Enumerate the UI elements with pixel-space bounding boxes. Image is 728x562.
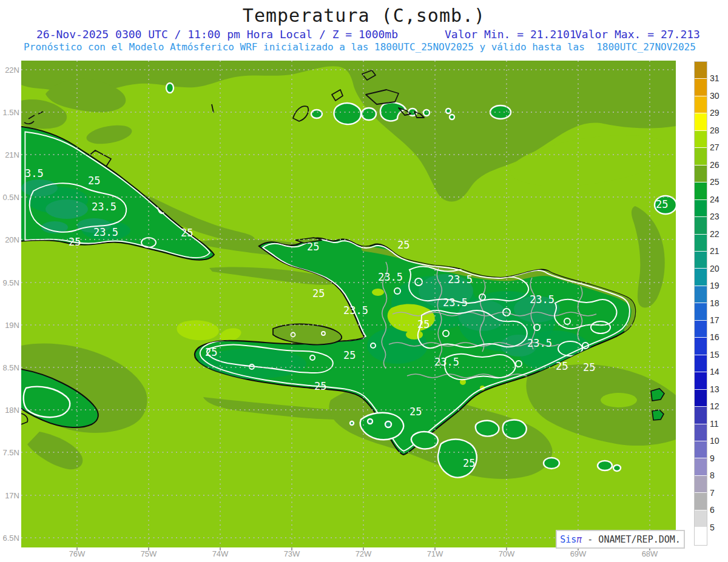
colorbar-swatch (695, 407, 707, 424)
colorbar-label: 23 (710, 212, 728, 221)
colorbar-swatch (695, 527, 707, 544)
colorbar-swatch (695, 131, 707, 148)
colorbar-label: 31 (710, 73, 728, 83)
temperature-colorbar (694, 61, 707, 546)
contour-value-label: 25 (205, 346, 217, 358)
colorbar-label: 26 (710, 160, 728, 170)
contour-value-label: 23.5 (530, 293, 554, 306)
lat-label: 22N (0, 65, 19, 75)
subtitle-value-max: Valor Max. = 27.213 (575, 28, 700, 39)
contour-value-label: 23.5 (443, 296, 468, 309)
subtitle-value-min: Valor Min. = 21.2101 (445, 28, 576, 39)
colorbar-label: 22 (710, 229, 728, 239)
sea-hole-light2 (601, 393, 637, 407)
subtitle-datetime: 26-Nov-2025 0300 UTC / 11:00 pm Hora Loc… (36, 28, 398, 39)
colorbar-label: 15 (710, 350, 728, 360)
colorbar-swatch (695, 79, 707, 96)
colorbar-swatch (695, 510, 707, 527)
colorbar-label: 18 (710, 298, 728, 308)
lon-tick (76, 547, 78, 550)
lon-label: 74W (207, 549, 234, 558)
contour-value-label: 25 (69, 236, 81, 248)
lat-label: 20N (0, 235, 19, 244)
contour-value-label: 25 (556, 360, 568, 372)
contour-value-label: 25 (343, 349, 356, 361)
lon-label: 73W (278, 549, 305, 558)
colorbar-swatch (695, 217, 707, 234)
colorbar-swatch (695, 113, 707, 130)
contour-value-label: 25 (307, 241, 319, 253)
lat-label: 21N (0, 150, 19, 159)
lon-tick (506, 547, 507, 550)
contour-value-label: 25 (583, 361, 595, 373)
lon-tick (434, 547, 436, 550)
contour-value-label: 25 (314, 380, 326, 392)
colorbar-swatch (695, 303, 707, 320)
lon-label: 76W (64, 549, 90, 558)
colorbar-swatch (695, 441, 707, 458)
colorbar-swatch (695, 424, 707, 441)
contour-value-label: 25 (410, 406, 422, 418)
map-plot-area: 3.52523.523.52525252523.523.523.523.523.… (21, 61, 676, 547)
colorbar-swatch (695, 235, 707, 252)
lon-tick (363, 547, 364, 550)
lon-label: 72W (350, 549, 377, 558)
subtitle-model-info: Pronóstico con el Modelo Atmósferico WRF… (0, 41, 720, 53)
contour-value-label: 25 (656, 198, 668, 210)
colorbar-label: 9 (710, 453, 728, 463)
contour-value-label: 25 (88, 175, 100, 187)
lon-tick (148, 547, 149, 550)
colorbar-swatch (695, 269, 707, 286)
colorbar-label: 8 (710, 470, 728, 480)
lat-label: 9.5N (0, 278, 19, 287)
colorbar-label: 19 (710, 281, 728, 290)
colorbar-label: 25 (710, 177, 728, 187)
colorbar-swatch (695, 182, 707, 199)
contour-value-label: 23.5 (378, 271, 403, 283)
colorbar-label: 6 (710, 505, 728, 515)
colorbar-swatch (695, 390, 707, 407)
lon-label: 70W (493, 549, 520, 558)
contour-value-label: 25 (397, 239, 410, 251)
colorbar-swatch (695, 148, 707, 165)
contour-value-label: 25 (181, 227, 193, 239)
lat-label: 18N (0, 406, 19, 415)
colorbar-label: 14 (710, 367, 728, 376)
colorbar-swatch (695, 286, 707, 303)
colorbar-label: 12 (710, 401, 728, 411)
colorbar-label: 11 (710, 419, 728, 429)
colorbar-label: 29 (710, 108, 728, 118)
colorbar-label: 17 (710, 315, 728, 325)
colorbar-label: 13 (710, 384, 728, 394)
lon-label: 69W (565, 549, 592, 558)
contour-value-label: 23.5 (448, 273, 473, 286)
lat-label: 19N (0, 321, 19, 330)
watermark-sis: Sis (560, 534, 576, 545)
contour-value-label: 25 (312, 287, 325, 299)
weather-map-page: Temperatura (C,somb.) 26-Nov-2025 0300 U… (0, 0, 728, 562)
contour-value-label: 23.5 (434, 356, 459, 368)
colorbar-label: 5 (710, 523, 728, 532)
page-title: Temperatura (C,somb.) (0, 5, 728, 26)
contour-value-label: 23.5 (92, 201, 116, 213)
colorbar-label: 20 (710, 264, 728, 273)
lat-label: 6.5N (0, 534, 19, 543)
colorbar-swatch (695, 372, 707, 389)
colorbar-swatch (695, 321, 707, 338)
contour-value-label: 23.5 (343, 304, 368, 316)
lat-label: 0.5N (0, 193, 19, 202)
contour-value-label: 3.5 (25, 167, 44, 179)
contour-value-label: 25 (463, 457, 475, 469)
watermark-pi-icon: π (576, 534, 582, 545)
lon-tick (220, 547, 221, 550)
colorbar-swatch (695, 476, 707, 493)
colorbar-label: 10 (710, 436, 728, 446)
lat-label: 7.5N (0, 448, 19, 457)
colorbar-swatch (695, 166, 707, 182)
lon-label: 68W (636, 549, 663, 558)
colorbar-label: 24 (710, 195, 728, 204)
colorbar-swatch (695, 493, 707, 510)
lon-tick (291, 547, 292, 550)
colorbar-label: 28 (710, 125, 728, 135)
lon-label: 71W (422, 549, 448, 558)
